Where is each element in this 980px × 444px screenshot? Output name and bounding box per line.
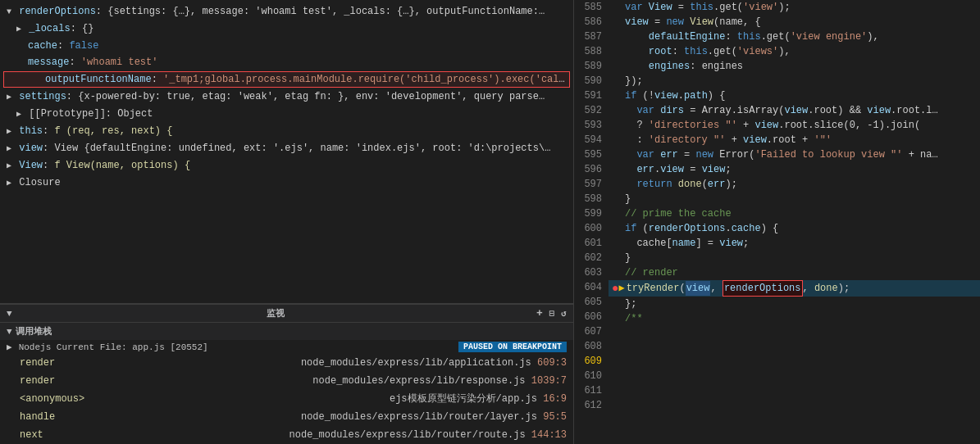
tree-item-prototype[interactable]: ▶ [[Prototype]]: Object [0,106,573,123]
watch-refresh-icon[interactable]: ↺ [561,308,567,319]
variables-section: ▼ renderOptions: {settings: {…}, message… [0,0,573,303]
code-line-603: if (renderOptions.cache) { [609,221,980,236]
line-numbers: 585 586 587 588 589 590 591 592 593 594 … [574,0,609,444]
main-container: ▼ renderOptions: {settings: {…}, message… [0,0,980,444]
code-line-593: if (!view.path) { [609,88,980,103]
code-area: 585 586 587 588 589 590 591 592 593 594 … [574,0,980,444]
code-line-602: // prime the cache [609,206,980,221]
code-line-607: // render [609,265,980,280]
tree-item-this[interactable]: ▶ this: f (req, res, next) { [0,123,573,140]
code-line-600: } [609,192,980,206]
code-line-595: ? 'directories "' + view.root.slice(0, -… [609,118,980,133]
callstack-status-bar: ▶ Nodejs Current File: app.js [20552] PA… [0,340,573,354]
callstack-header: ▼ 调用堆栈 [0,323,573,340]
arrow-expanded: ▶ [16,25,21,34]
callstack-arrow2: ▶ [7,342,12,352]
watch-section: ▼ 监视 + ⊟ ↺ [0,303,573,322]
callstack-arrow: ▼ [7,327,12,337]
callstack-title: 调用堆栈 [16,325,52,338]
tree-item-closure[interactable]: ▶ Closure [0,174,573,192]
watch-header: ▼ 监视 + ⊟ ↺ [0,304,573,322]
callstack-status-text: Nodejs Current File: app.js [20552] [19,342,208,352]
paused-badge: PAUSED ON BREAKPOINT [458,342,567,352]
code-line-589: root: this.get('views'), [609,44,980,59]
code-lines: var View = this.get('view'); view = new … [609,0,980,444]
tree-item-cache[interactable]: cache: false [0,38,573,54]
watch-add-icon[interactable]: + [536,307,543,319]
watch-remove-icon[interactable]: ⊟ [549,308,555,319]
code-line-587: view = new View(name, { [609,15,980,29]
code-line-591: }); [609,74,980,88]
code-line-610: }; [609,297,980,311]
code-line-594: var dirs = Array.isArray(view.root) && v… [609,103,980,118]
tree-item-settings[interactable]: ▶ settings: {x-powered-by: true, etag: '… [0,88,573,106]
tree-item-output-function-name[interactable]: outputFunctionName: '_tmp1;global.proces… [3,71,570,88]
left-panel: ▼ renderOptions: {settings: {…}, message… [0,0,574,444]
tree-item-view-class[interactable]: ▶ View: f View(name, options) { [0,157,573,174]
code-line-609: ● ▶ tryRender(view, renderOptions, done)… [609,280,980,297]
watch-title: 监视 [267,307,285,319]
callstack-item-0[interactable]: render node_modules/express/lib/applicat… [0,354,573,372]
callstack-section: ▼ 调用堆栈 ▶ Nodejs Current File: app.js [20… [0,322,573,444]
code-line-612: /** [609,311,980,326]
callstack-item-3[interactable]: handle node_modules/express/lib/router/l… [0,408,573,426]
tree-item-message[interactable]: message: 'whoami test' [0,54,573,70]
execution-arrow: ▶ [618,281,624,296]
code-line-596: : 'directory "' + view.root + '"' [609,133,980,147]
callstack-item-4[interactable]: next node_modules/express/lib/router/rou… [0,426,573,444]
code-line-604: cache[name] = view; [609,236,980,251]
code-line-590: engines: engines [609,59,980,74]
tree-item-locals[interactable]: ▶ _locals: {} [0,20,573,38]
tree-item-render-options[interactable]: ▼ renderOptions: {settings: {…}, message… [0,3,573,20]
callstack-item-1[interactable]: render node_modules/express/lib/response… [0,372,573,390]
watch-arrow: ▼ [7,309,12,319]
code-line-605: } [609,251,980,265]
code-line-597: var err = new Error('Failed to lookup vi… [609,147,980,162]
code-line-585: var View = this.get('view'); [609,0,980,15]
tree-item-view[interactable]: ▶ view: View {defaultEngine: undefined, … [0,140,573,157]
code-line-588: defaultEngine: this.get('view engine'), [609,29,980,44]
right-panel: 585 586 587 588 589 590 591 592 593 594 … [574,0,980,444]
callstack-item-2[interactable]: <anonymous> ejs模板原型链污染分析/app.js 16:9 [0,390,573,408]
watch-icons: + ⊟ ↺ [536,307,567,319]
breakpoint-dot: ● [612,281,618,296]
code-line-598: err.view = view; [609,162,980,177]
code-line-599: return done(err); [609,177,980,192]
arrow-expanded: ▼ [7,7,11,16]
